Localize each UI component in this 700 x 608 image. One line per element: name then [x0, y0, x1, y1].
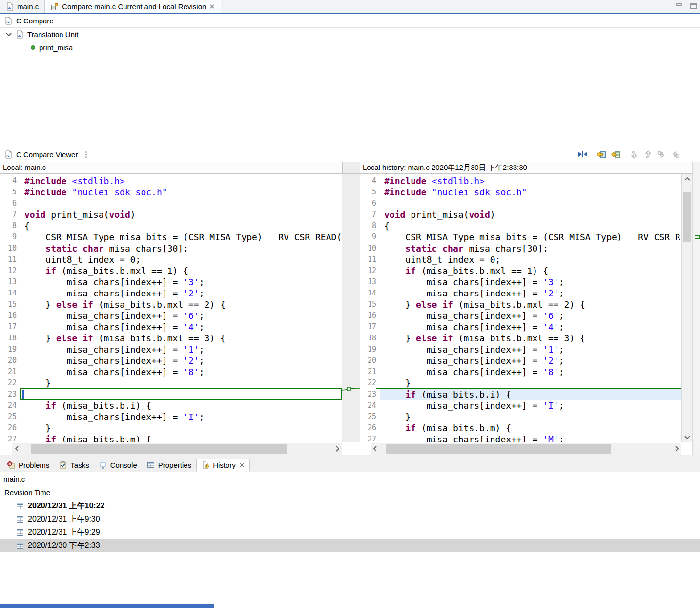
revision-timestamp: 2020/12/31 上午9:29	[28, 527, 100, 538]
view-tab-bar: Problems Tasks Console	[0, 459, 700, 472]
left-horizontal-scrollbar[interactable]	[12, 443, 342, 455]
taskbar-fragment	[0, 604, 214, 608]
revision-icon	[17, 529, 23, 536]
overview-ruler[interactable]	[692, 162, 700, 455]
tab-properties[interactable]: Properties	[142, 459, 196, 472]
code-line: 4#include <stdlib.h>	[360, 175, 681, 187]
left-hscrollbar-thumb[interactable]	[31, 444, 287, 454]
code-line: 9 CSR_MISA_Type misa_bits = (CSR_MISA_Ty…	[360, 231, 681, 243]
code-line: 5#include "nuclei_sdk_soc.h"	[360, 187, 681, 198]
structure-header-label: C Compare	[16, 17, 54, 25]
line-number: 5	[366, 187, 380, 198]
previous-change-icon[interactable]	[670, 149, 681, 159]
right-hscrollbar-thumb[interactable]	[386, 444, 611, 454]
scroll-right-icon[interactable]	[333, 443, 342, 455]
revision-timestamp: 2020/12/30 下午2:33	[28, 541, 100, 551]
line-number: 22	[366, 377, 380, 389]
line-number: 13	[6, 276, 21, 288]
line-number: 26	[366, 422, 380, 434]
code-line: 17 misa_chars[index++] = '4';	[0, 321, 342, 333]
line-number: 15	[366, 299, 380, 310]
compare-viewer: .c C Compare Viewer	[0, 147, 700, 455]
revision-list: 2020/12/31 上午10:22 2020/12/31 上午9:30 202…	[0, 500, 700, 552]
line-number: 4	[6, 175, 21, 187]
code-line: 27 misa_chars[index++] = 'M';	[360, 434, 681, 442]
tree-node-translation-unit[interactable]: .c Translation Unit	[0, 28, 700, 41]
line-number: 8	[366, 220, 380, 231]
scroll-up-icon[interactable]	[682, 174, 692, 184]
left-code-pane[interactable]: 4#include <stdlib.h>5#include "nuclei_sd…	[0, 174, 342, 442]
problems-icon	[7, 461, 15, 469]
line-number: 20	[366, 355, 380, 366]
code-line: 14 misa_chars[index++] = '2';	[360, 288, 681, 299]
tab-compare-label: Compare main.c Current and Local Revisio…	[62, 2, 206, 11]
maximize-view-icon[interactable]	[690, 3, 697, 9]
copy-all-right-to-left-icon[interactable]	[596, 149, 606, 159]
chevron-down-icon[interactable]	[5, 31, 12, 38]
previous-difference-icon[interactable]	[642, 149, 653, 159]
code-line: 16 misa_chars[index++] = '6';	[360, 310, 681, 321]
text-cursor	[22, 390, 24, 399]
minimize-view-icon[interactable]	[676, 3, 682, 9]
vertical-scrollbar-thumb[interactable]	[683, 192, 691, 242]
line-number: 22	[6, 377, 21, 389]
revision-icon	[17, 516, 23, 523]
diff-overview-marker[interactable]	[695, 235, 700, 239]
tab-console[interactable]: Console	[94, 459, 142, 472]
scroll-down-icon[interactable]	[682, 433, 692, 442]
code-line: 14 misa_chars[index++] = '2';	[0, 288, 342, 299]
code-line: 25 misa_chars[index++] = 'I';	[0, 411, 342, 422]
close-icon[interactable]	[239, 462, 245, 468]
copy-current-right-to-left-icon[interactable]	[610, 149, 620, 159]
diff-connector-strip	[342, 174, 360, 442]
bottom-view-area: Problems Tasks Console	[0, 455, 700, 608]
swap-panes-icon[interactable]	[577, 149, 588, 159]
right-horizontal-scrollbar[interactable]	[371, 443, 681, 455]
tab-tasks[interactable]: Tasks	[54, 459, 94, 472]
right-code-pane[interactable]: 4#include <stdlib.h>5#include "nuclei_sd…	[360, 174, 681, 442]
scroll-left-icon[interactable]	[12, 443, 21, 455]
svg-text:.c: .c	[6, 153, 10, 158]
tab-history-close[interactable]	[239, 462, 245, 468]
line-number: 21	[6, 366, 21, 377]
revision-row[interactable]: 2020/12/31 上午9:29	[0, 526, 700, 539]
revision-time-column-header[interactable]: Revision Time	[0, 485, 700, 500]
line-number: 25	[366, 411, 380, 422]
properties-icon	[147, 461, 155, 469]
code-line: 8{	[360, 220, 681, 231]
editor-tab-bar: .c main.c Compare main.c Current and Loc…	[0, 0, 700, 14]
revision-row[interactable]: 2020/12/30 下午2:33	[0, 539, 700, 552]
revision-row[interactable]: 2020/12/31 上午9:30	[0, 513, 700, 526]
code-line: 7void print_misa(void)	[0, 209, 342, 220]
toolbar-separator	[592, 150, 592, 159]
diff-connector[interactable]	[342, 386, 360, 394]
c-file-icon: .c	[5, 150, 12, 159]
line-number: 25	[6, 411, 21, 422]
history-icon	[202, 461, 209, 469]
tab-compare-close[interactable]	[209, 4, 215, 9]
next-difference-icon[interactable]	[628, 149, 638, 159]
tree-node-print-misa[interactable]: print_misa	[0, 41, 700, 54]
line-number: 17	[6, 321, 21, 333]
revision-row[interactable]: 2020/12/31 上午10:22	[0, 500, 700, 513]
scroll-left-icon[interactable]	[371, 443, 379, 455]
tab-main-c[interactable]: .c main.c	[0, 0, 44, 13]
line-number: 8	[6, 220, 21, 231]
tab-label: Tasks	[70, 461, 89, 469]
left-pane-header: Local: main.c	[0, 162, 342, 174]
tab-compare[interactable]: Compare main.c Current and Local Revisio…	[44, 0, 221, 13]
revision-icon	[17, 503, 23, 509]
line-number: 10	[366, 243, 380, 254]
line-number: 9	[6, 231, 21, 243]
vertical-scrollbar[interactable]	[681, 174, 692, 442]
code-line: 19 misa_chars[index++] = '1';	[360, 344, 681, 355]
compare-viewer-header: .c C Compare Viewer	[0, 147, 700, 162]
line-number: 11	[366, 254, 380, 265]
console-icon	[99, 461, 107, 469]
next-change-icon[interactable]	[656, 149, 667, 159]
tab-history[interactable]: History	[196, 459, 250, 472]
scroll-right-icon[interactable]	[673, 443, 681, 455]
code-line: 22 }	[0, 377, 342, 389]
close-icon[interactable]	[209, 4, 215, 9]
tab-problems[interactable]: Problems	[2, 459, 54, 472]
